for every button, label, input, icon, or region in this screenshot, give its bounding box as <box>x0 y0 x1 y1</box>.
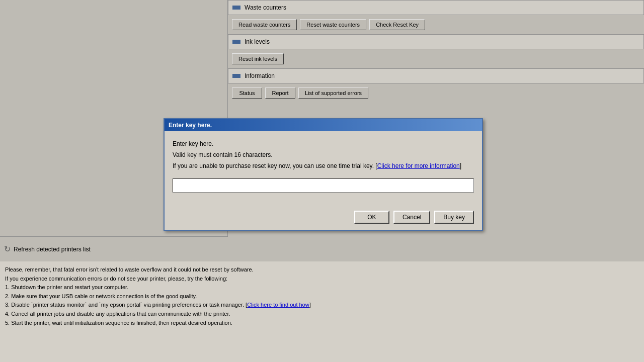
dialog-line3-pre: If you are unable to purchase reset key … <box>173 162 377 169</box>
info-item5: 5. Start the printer, wait until initial… <box>5 319 639 328</box>
ok-button[interactable]: OK <box>354 211 389 224</box>
dialog-line2: Valid key must contain 16 characters. <box>173 150 474 159</box>
find-out-how-link[interactable]: Click here to find out how <box>247 302 309 308</box>
dialog-buttons: OK Cancel Buy key <box>165 207 482 230</box>
dialog-titlebar: Enter key here. <box>165 119 482 131</box>
more-info-link[interactable]: Click here for more information <box>377 162 460 169</box>
dialog-title: Enter key here. <box>169 122 212 129</box>
app-window: ↻ Refresh detected printers list Waste c… <box>0 0 644 362</box>
dialog-body: Enter key here. Valid key must contain 1… <box>165 131 482 207</box>
key-input[interactable] <box>173 178 474 193</box>
info-item4: 4. Cancel all printer jobs and disable a… <box>5 310 639 319</box>
info-area: Please, remember, that fatal error isn't… <box>0 261 644 331</box>
info-item3: 3. Disable `printer status monitor` and … <box>5 301 639 310</box>
info-line1: If you experience communication errors o… <box>5 275 639 284</box>
info-item3-post: ] <box>309 302 311 308</box>
info-line0: Please, remember, that fatal error isn't… <box>5 265 639 275</box>
info-item2: 2. Make sure that your USB cable or netw… <box>5 292 639 301</box>
info-item1: 1. Shutdown the printer and restart your… <box>5 283 639 292</box>
dialog-line3-end: ] <box>460 162 461 169</box>
cancel-button[interactable]: Cancel <box>393 211 430 224</box>
dialog-line1: Enter key here. <box>173 139 474 148</box>
buy-key-button[interactable]: Buy key <box>434 211 474 224</box>
enter-key-dialog: Enter key here. Enter key here. Valid ke… <box>164 118 483 231</box>
info-item3-pre: 3. Disable `printer status monitor` and … <box>5 302 247 308</box>
dialog-line3: If you are unable to purchase reset key … <box>173 161 474 170</box>
